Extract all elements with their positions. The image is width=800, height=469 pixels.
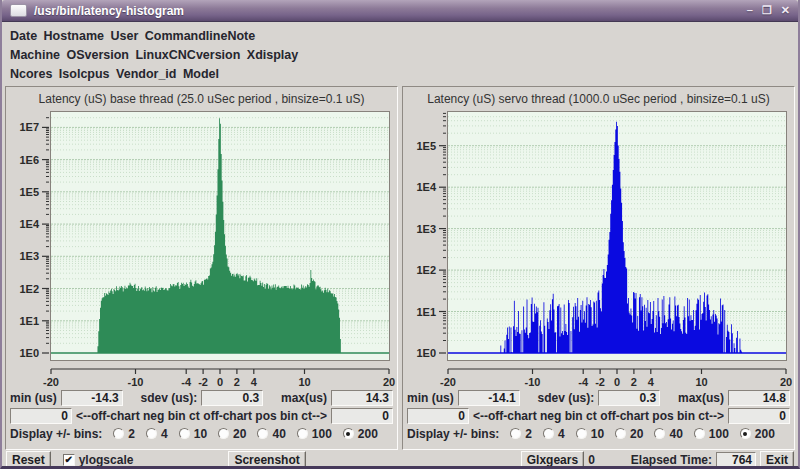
bins-radio-2[interactable]: 2	[113, 427, 135, 441]
y-tick-label: 1E1	[416, 306, 436, 318]
radio-icon[interactable]	[146, 428, 157, 439]
ylogscale-label: ylogscale	[79, 453, 134, 467]
offchart-pos-field[interactable]: 0	[728, 408, 790, 424]
reset-button[interactable]: Reset	[6, 451, 51, 468]
exit-button[interactable]: Exit	[760, 451, 794, 468]
radio-icon[interactable]	[297, 428, 308, 439]
offchart-pos-field[interactable]: 0	[331, 408, 393, 424]
bins-radio-20[interactable]: 20	[218, 427, 246, 441]
base-thread-chart-title: Latency (uS) base thread (25.0 uSec peri…	[6, 89, 397, 110]
max-label: max(us)	[678, 391, 724, 405]
bottom-bar: Reset ✔ ylogscale Screenshot Glxgears 0 …	[2, 450, 798, 469]
servo-thread-histogram: 1E01E11E21E31E41E5-20-10-4-20241020	[404, 110, 795, 388]
info-row-date-hostname: Date Hostname User CommandlineNote	[10, 27, 790, 46]
x-tick-label: -4	[181, 376, 192, 388]
radio-icon[interactable]	[510, 428, 521, 439]
offchart-neg-field[interactable]: 0	[407, 408, 469, 424]
servo-thread-panel: Latency (uS) servo thread (1000.0 uSec p…	[402, 86, 795, 450]
min-value-field[interactable]: -14.1	[458, 390, 520, 406]
y-tick-label: 1E6	[19, 154, 39, 166]
y-tick-label: 1E0	[19, 347, 39, 359]
x-tick-label: 4	[251, 376, 258, 388]
servo-thread-chart-title: Latency (uS) servo thread (1000.0 uSec p…	[403, 89, 794, 110]
radio-icon[interactable]	[179, 428, 190, 439]
min-value-field[interactable]: -14.3	[61, 390, 123, 406]
radio-icon[interactable]	[113, 428, 124, 439]
maximize-icon[interactable]: ❐	[762, 5, 772, 16]
y-tick-label: 1E3	[416, 223, 436, 235]
offchart-neg-field[interactable]: 0	[10, 408, 72, 424]
radio-icon[interactable]	[740, 428, 751, 439]
ylogscale-checkbox[interactable]: ✔	[63, 454, 75, 466]
bins-radio-200[interactable]: 200	[740, 427, 775, 441]
radio-icon[interactable]	[257, 428, 268, 439]
radio-icon[interactable]	[343, 428, 354, 439]
x-tick-label: 20	[383, 376, 395, 388]
x-tick-label: -20	[440, 376, 456, 388]
y-tick-label: 1E2	[19, 283, 39, 295]
bins-radio-100[interactable]: 100	[297, 427, 332, 441]
bins-radio-10[interactable]: 10	[179, 427, 207, 441]
bins-radio-100[interactable]: 100	[694, 427, 729, 441]
radio-icon[interactable]	[543, 428, 554, 439]
x-tick-label: 4	[648, 376, 655, 388]
bins-radio-4[interactable]: 4	[146, 427, 168, 441]
y-tick-label: 1E1	[19, 315, 39, 327]
bins-radio-group-servo: Display +/- bins: 24102040100200	[403, 425, 794, 442]
offchart-neg-label: <--off-chart neg bin ct	[473, 409, 597, 423]
radio-icon[interactable]	[654, 428, 665, 439]
x-tick-label: 10	[298, 376, 310, 388]
y-tick-label: 1E3	[19, 250, 39, 262]
minimize-icon[interactable]: –	[747, 5, 753, 16]
x-tick-label: 0	[614, 376, 620, 388]
bins-radio-20[interactable]: 20	[615, 427, 643, 441]
y-tick-label: 1E4	[19, 218, 39, 230]
sdev-value-field[interactable]: 0.3	[598, 390, 660, 406]
min-label: min (us)	[407, 391, 454, 405]
x-tick-label: -4	[578, 376, 589, 388]
base-thread-panel: Latency (uS) base thread (25.0 uSec peri…	[5, 86, 398, 450]
x-tick-label: -10	[128, 376, 144, 388]
bins-radio-4[interactable]: 4	[543, 427, 565, 441]
bins-radio-40[interactable]: 40	[257, 427, 285, 441]
y-tick-label: 1E2	[416, 264, 436, 276]
elapsed-time-label: Elapsed Time:	[631, 453, 712, 467]
radio-icon[interactable]	[694, 428, 705, 439]
bins-radio-40[interactable]: 40	[654, 427, 682, 441]
app-icon	[10, 4, 27, 17]
max-label: max(us)	[281, 391, 327, 405]
offchart-pos-label: off-chart pos bin ct-->	[600, 409, 724, 423]
title-bar[interactable]: /usr/bin/latency-histogram – ❐ ✕	[2, 0, 798, 22]
x-tick-label: -20	[43, 376, 59, 388]
radio-icon[interactable]	[615, 428, 626, 439]
display-bins-label: Display +/- bins:	[407, 427, 499, 441]
info-row-machine-os: Machine OSversion LinuxCNCversion Xdispl…	[10, 46, 790, 65]
x-tick-label: 20	[780, 376, 792, 388]
elapsed-time-field[interactable]: 764	[716, 452, 756, 468]
sdev-label: sdev (us):	[537, 391, 594, 405]
base-thread-histogram: 1E01E11E21E31E41E51E61E7-20-10-4-2024102…	[7, 110, 398, 388]
offchart-pos-label: off-chart pos bin ct-->	[203, 409, 327, 423]
bins-radio-2[interactable]: 2	[510, 427, 532, 441]
radio-icon[interactable]	[576, 428, 587, 439]
close-icon[interactable]: ✕	[781, 5, 790, 16]
y-tick-label: 1E5	[19, 186, 39, 198]
info-header: Date Hostname User CommandlineNote Machi…	[2, 22, 798, 86]
bins-radio-200[interactable]: 200	[343, 427, 378, 441]
radio-icon[interactable]	[218, 428, 229, 439]
x-tick-label: 2	[631, 376, 637, 388]
bins-radio-10[interactable]: 10	[576, 427, 604, 441]
sdev-value-field[interactable]: 0.3	[201, 390, 263, 406]
y-tick-label: 1E5	[416, 140, 436, 152]
x-tick-label: -2	[595, 376, 605, 388]
x-tick-label: -2	[198, 376, 208, 388]
glxgears-button[interactable]: Glxgears	[521, 451, 584, 468]
bins-radio-group-base: Display +/- bins: 24102040100200	[6, 425, 397, 442]
screenshot-button[interactable]: Screenshot	[228, 451, 305, 468]
glxgears-count: 0	[588, 453, 595, 467]
y-tick-label: 1E7	[19, 121, 39, 133]
x-tick-label: 10	[695, 376, 707, 388]
offchart-neg-label: <--off-chart neg bin ct	[76, 409, 200, 423]
max-value-field[interactable]: 14.8	[728, 390, 790, 406]
max-value-field[interactable]: 14.3	[331, 390, 393, 406]
